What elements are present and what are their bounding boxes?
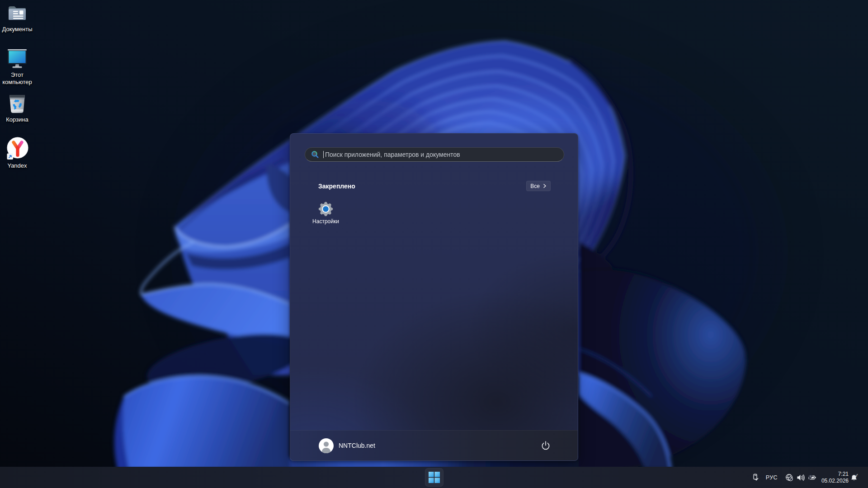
svg-text:z: z	[857, 473, 858, 476]
